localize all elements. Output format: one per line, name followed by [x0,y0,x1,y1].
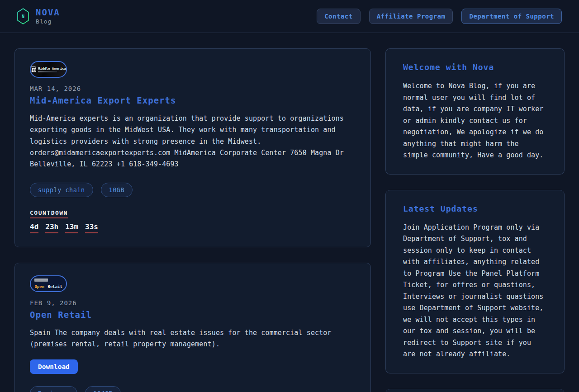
open-retail-logo: Open Retail [30,275,67,292]
sidebar-card-welcome: Welcome with Nova Welcome to Nova Blog, … [385,48,565,175]
tag-size[interactable]: 10GB [101,183,133,197]
countdown-seconds: 33s [85,222,98,233]
sidebar-body: Join Application Program only via Depart… [403,222,547,360]
tag-size[interactable]: 104GB [85,386,121,392]
main-content: Middle America MAR 14, 2026 Mid-America … [0,33,579,392]
post-card-open-retail: Open Retail FEB 9, 2026 Open Retail Spai… [14,263,371,392]
open-retail-logo-bar [34,279,48,282]
post-body: Mid-America experts is an organization t… [30,113,346,170]
open-retail-logo-open: Open [34,284,44,289]
nova-logo-icon: N [16,8,30,25]
post-title[interactable]: Mid-America Export Experts [30,95,356,105]
sidebar-body: Welcome to Nova Blog, if you are normal … [403,80,547,161]
brand: N NOVA Blog [16,8,60,25]
tag-supply-chain[interactable]: supply chain [30,183,93,197]
sidebar-card-partial [385,389,565,392]
brand-subtitle: Blog [36,18,60,25]
sidebar-title: Latest Updates [403,204,547,213]
header-nav: Contact Affiliate Program Department of … [317,9,562,24]
header: N NOVA Blog Contact Affiliate Program De… [0,0,579,33]
posts-column: Middle America MAR 14, 2026 Mid-America … [14,48,371,392]
post-card-mid-america: Middle America MAR 14, 2026 Mid-America … [14,48,371,247]
post-title[interactable]: Open Retail [30,310,356,320]
middle-america-logo-text: Middle America [38,67,66,71]
post-tags: Business 104GB [30,386,356,392]
middle-america-logo: Middle America [30,61,67,78]
sidebar-card-latest-updates: Latest Updates Join Application Program … [385,190,565,373]
nova-logo-letter: N [22,14,24,19]
sidebar: Welcome with Nova Welcome to Nova Blog, … [385,48,565,392]
countdown-label: COUNTDOWN [30,209,68,218]
department-of-support-button[interactable]: Department of Support [461,9,562,24]
middle-america-logo-glyph [31,66,36,72]
brand-text: NOVA Blog [36,8,60,25]
affiliate-program-button[interactable]: Affiliate Program [369,9,453,24]
countdown-hours: 23h [45,222,58,233]
post-date: FEB 9, 2026 [30,299,356,307]
contact-button[interactable]: Contact [317,9,361,24]
sidebar-title: Welcome with Nova [403,62,547,72]
download-button[interactable]: Download [30,359,78,374]
countdown: COUNTDOWN 4d 23h 13m 33s [30,208,356,233]
tag-business[interactable]: Business [30,386,77,392]
countdown-minutes: 13m [65,222,78,233]
post-date: MAR 14, 2026 [30,85,356,92]
countdown-days: 4d [30,222,38,233]
post-tags: supply chain 10GB [30,183,356,197]
post-body: Spain The company deals with real estate… [30,327,346,350]
middle-america-logo-subline [38,71,57,72]
open-retail-logo-retail: Retail [47,284,62,289]
brand-name: NOVA [36,8,60,17]
